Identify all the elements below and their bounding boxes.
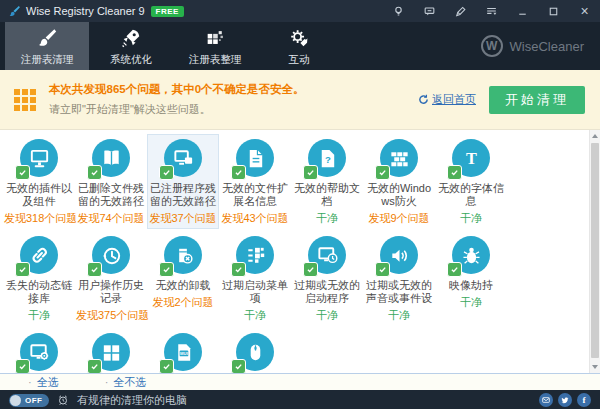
- facebook-icon[interactable]: f: [577, 393, 591, 407]
- item-status: 干净: [4, 308, 74, 323]
- free-badge: FREE: [151, 6, 184, 17]
- scan-item[interactable]: T 无效的字体信息 干净: [435, 134, 507, 229]
- scan-item[interactable]: 用户操作历史记录 发现375个问题: [75, 231, 147, 326]
- checkbox-checked-icon[interactable]: [87, 165, 102, 180]
- svg-text:MUI: MUI: [180, 350, 188, 355]
- status-bar: OFF 有规律的清理你的电脑 f: [0, 390, 600, 409]
- checkbox-checked-icon[interactable]: [231, 165, 246, 180]
- item-status: 干净: [292, 211, 362, 226]
- window-title: Wise Registry Cleaner 9: [26, 0, 145, 22]
- tab-system-tuneup[interactable]: 系统优化: [89, 22, 173, 70]
- tab-registry-cleaner[interactable]: 注册表清理: [5, 22, 89, 70]
- pen-feedback-icon[interactable]: [445, 0, 476, 22]
- orange-grid-icon: [14, 89, 36, 111]
- tab-label: 系统优化: [110, 53, 152, 67]
- scan-results-area: 无效的插件以及组件 发现318个问题 已删除文件残留的无效路径 发现74个问题 …: [0, 130, 600, 373]
- checkbox-checked-icon[interactable]: [87, 262, 102, 277]
- wisecleaner-logo-icon: W: [481, 35, 503, 57]
- issues-hint-text: 请立即"开始清理"解决这些问题。: [49, 102, 305, 117]
- checkbox-checked-icon[interactable]: [231, 359, 246, 373]
- scan-items-grid: 无效的插件以及组件 发现318个问题 已删除文件残留的无效路径 发现74个问题 …: [0, 130, 586, 373]
- checkbox-checked-icon[interactable]: [159, 359, 174, 373]
- item-label: 映像劫持: [436, 279, 506, 292]
- item-label: 已注册程序残留的无效路径: [148, 182, 218, 208]
- checkbox-checked-icon[interactable]: [159, 165, 174, 180]
- scan-item[interactable]: 无效的应用程序设置 发现2个问题: [3, 328, 75, 373]
- item-label: 无效的Windows防火: [364, 182, 434, 208]
- checkbox-checked-icon[interactable]: [375, 165, 390, 180]
- scan-item[interactable]: 已注册程序残留的无效路径 发现37个问题: [147, 134, 219, 229]
- brush-icon: [36, 27, 58, 49]
- item-status: 干净: [292, 308, 362, 323]
- svg-text:?: ?: [325, 153, 331, 164]
- scan-item[interactable]: MUI MUI缓存 发现2个问题: [147, 328, 219, 373]
- scan-item[interactable]: 无效的Windows防火 发现9个问题: [363, 134, 435, 229]
- checkbox-checked-icon[interactable]: [303, 165, 318, 180]
- select-all-link[interactable]: · 全选: [28, 375, 59, 390]
- vertical-scrollbar[interactable]: [589, 130, 600, 373]
- item-status: 发现2个问题: [148, 295, 218, 310]
- scan-item[interactable]: 无效的文件扩展名信息 发现43个问题: [219, 134, 291, 229]
- menu-list-icon[interactable]: [476, 0, 507, 22]
- scan-item[interactable]: 无效的右键菜单项: [219, 328, 291, 373]
- checkbox-checked-icon[interactable]: [15, 262, 30, 277]
- wise-registry-cleaner-window: Wise Registry Cleaner 9 FREE: [0, 0, 600, 409]
- checkbox-checked-icon[interactable]: [447, 165, 462, 180]
- minimize-icon[interactable]: [507, 0, 538, 22]
- scan-item[interactable]: ? 无效的帮助文档 干净: [291, 134, 363, 229]
- scan-item[interactable]: Windows服务 发现3个问题: [75, 328, 147, 373]
- checkbox-checked-icon[interactable]: [231, 262, 246, 277]
- item-label: 无效的字体信息: [436, 182, 506, 208]
- checkbox-checked-icon[interactable]: [159, 262, 174, 277]
- select-none-link[interactable]: · 全不选: [105, 375, 147, 390]
- titlebar[interactable]: Wise Registry Cleaner 9 FREE: [0, 0, 600, 22]
- checkbox-checked-icon[interactable]: [447, 262, 462, 277]
- item-label: 无效的插件以及组件: [4, 182, 74, 208]
- scan-item[interactable]: 过期或无效的声音或事件设 干净: [363, 231, 435, 326]
- scan-item[interactable]: 过期启动菜单项 干净: [219, 231, 291, 326]
- bulb-icon[interactable]: [383, 0, 414, 22]
- item-status: 发现43个问题: [220, 211, 290, 226]
- scan-item[interactable]: 映像劫持 干净: [435, 231, 507, 326]
- nav-bar: 注册表清理 系统优化 注册表整理: [0, 22, 600, 70]
- scrollbar-thumb[interactable]: [591, 143, 599, 358]
- toggle-knob: [10, 395, 21, 406]
- message-icon[interactable]: [414, 0, 445, 22]
- item-status: 发现74个问题: [76, 211, 146, 226]
- checkbox-checked-icon[interactable]: [15, 359, 30, 373]
- start-cleaning-button[interactable]: 开始清理: [489, 86, 585, 114]
- maximize-icon[interactable]: [538, 0, 569, 22]
- item-label: 无效的帮助文档: [292, 182, 362, 208]
- checkbox-checked-icon[interactable]: [15, 165, 30, 180]
- item-label: 过期或无效的启动程序: [292, 279, 362, 305]
- item-status: 发现37个问题: [148, 211, 218, 226]
- item-status: 干净: [220, 308, 290, 323]
- scan-item[interactable]: 丢失的动态链接库 干净: [3, 231, 75, 326]
- back-home-link[interactable]: 返回首页: [418, 92, 476, 107]
- gear-wrench-icon: [288, 27, 310, 49]
- item-label: 已删除文件残留的无效路径: [76, 182, 146, 208]
- item-status: 干净: [364, 308, 434, 323]
- scan-item[interactable]: 已删除文件残留的无效路径 发现74个问题: [75, 134, 147, 229]
- scan-item[interactable]: 无效的卸载 发现2个问题: [147, 231, 219, 326]
- close-icon[interactable]: ×: [569, 0, 600, 22]
- twitter-icon[interactable]: [558, 393, 572, 407]
- scroll-up-arrow-icon[interactable]: [592, 134, 598, 138]
- item-status: 发现9个问题: [364, 211, 434, 226]
- scan-item[interactable]: 过期或无效的启动程序 干净: [291, 231, 363, 326]
- tab-label: 注册表清理: [21, 53, 74, 67]
- tab-interact[interactable]: 互动: [257, 22, 341, 70]
- schedule-toggle[interactable]: OFF: [9, 394, 49, 407]
- item-label: 过期启动菜单项: [220, 279, 290, 305]
- item-status: 干净: [436, 211, 506, 226]
- item-status: 发现318个问题: [4, 211, 74, 226]
- checkbox-checked-icon[interactable]: [303, 262, 318, 277]
- refresh-icon: [418, 94, 429, 105]
- checkbox-checked-icon[interactable]: [87, 359, 102, 373]
- tab-registry-defrag[interactable]: 注册表整理: [173, 22, 257, 70]
- email-icon[interactable]: [539, 393, 553, 407]
- scroll-down-arrow-icon[interactable]: [592, 365, 598, 369]
- scan-item[interactable]: 无效的插件以及组件 发现318个问题: [3, 134, 75, 229]
- checkbox-checked-icon[interactable]: [375, 262, 390, 277]
- tab-label: 互动: [289, 53, 310, 67]
